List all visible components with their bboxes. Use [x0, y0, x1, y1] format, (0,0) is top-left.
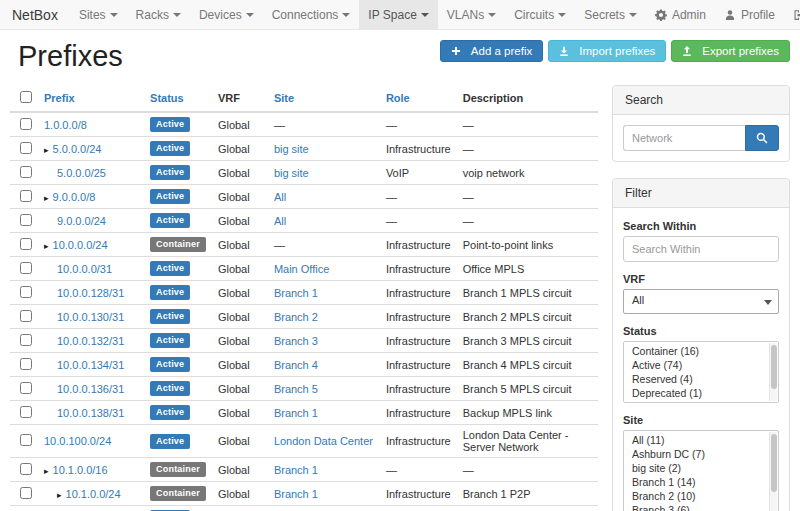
- listbox-option[interactable]: Branch 3 (6): [624, 503, 778, 511]
- nav-item-profile[interactable]: Profile: [715, 0, 784, 29]
- site-link[interactable]: Branch 1: [274, 488, 318, 500]
- prefix-link[interactable]: 1.0.0.0/8: [44, 119, 87, 131]
- prefix-link[interactable]: 10.0.0.128/31: [57, 287, 124, 299]
- nav-item-devices[interactable]: Devices: [190, 0, 263, 29]
- row-checkbox[interactable]: [20, 166, 32, 178]
- expand-arrow-icon[interactable]: ▸: [44, 193, 49, 203]
- site-link[interactable]: Main Office: [274, 263, 329, 275]
- row-select-cell: [10, 233, 38, 257]
- prefix-link[interactable]: 10.0.0.136/31: [57, 383, 124, 395]
- expand-arrow-icon[interactable]: ▸: [44, 145, 49, 155]
- prefix-link[interactable]: 10.1.0.0/24: [66, 488, 121, 500]
- nav-item-vlans[interactable]: VLANs: [438, 0, 505, 29]
- nav-item-racks[interactable]: Racks: [127, 0, 190, 29]
- prefix-link[interactable]: 9.0.0.0/8: [53, 191, 96, 203]
- listbox-option[interactable]: Reserved (4): [624, 372, 778, 386]
- listbox-option[interactable]: Container (16): [624, 344, 778, 358]
- site-link[interactable]: big site: [274, 167, 309, 179]
- nav-item-log-out[interactable]: Log out: [784, 0, 800, 29]
- description-cell: —: [457, 209, 598, 233]
- site-link[interactable]: Branch 3: [274, 335, 318, 347]
- scrollbar-thumb[interactable]: [771, 345, 777, 389]
- row-checkbox[interactable]: [20, 310, 32, 322]
- prefix-link[interactable]: 10.0.0.138/31: [57, 407, 124, 419]
- column-sort-link[interactable]: Site: [274, 92, 294, 104]
- filter-listbox-site[interactable]: All (11)Ashburn DC (7)big site (2)Branch…: [623, 430, 779, 511]
- row-checkbox[interactable]: [20, 434, 32, 446]
- prefix-link[interactable]: 10.0.0.0/24: [53, 239, 108, 251]
- import-icon: [559, 46, 569, 56]
- scrollbar-thumb[interactable]: [771, 434, 777, 492]
- site-link[interactable]: Branch 5: [274, 383, 318, 395]
- prefix-link[interactable]: 10.0.0.0/31: [57, 263, 112, 275]
- site-link[interactable]: London Data Center: [274, 435, 373, 447]
- row-checkbox[interactable]: [20, 406, 32, 418]
- site-link[interactable]: Branch 1: [274, 287, 318, 299]
- expand-arrow-icon[interactable]: ▸: [57, 490, 62, 500]
- nav-item-secrets[interactable]: Secrets: [575, 0, 646, 29]
- listbox-option[interactable]: Branch 2 (10): [624, 489, 778, 503]
- filter-input-search-within[interactable]: [623, 236, 779, 262]
- row-checkbox[interactable]: [20, 190, 32, 202]
- select-all-checkbox[interactable]: [20, 91, 32, 103]
- nav-item-admin[interactable]: Admin: [646, 0, 715, 29]
- site-link[interactable]: Branch 4: [274, 359, 318, 371]
- listbox-option[interactable]: Deprecated (1): [624, 386, 778, 400]
- prefix-link[interactable]: 10.0.100.0/24: [44, 435, 111, 447]
- site-link[interactable]: Branch 1: [274, 407, 318, 419]
- search-input[interactable]: [623, 125, 745, 151]
- scrollbar[interactable]: [769, 432, 777, 511]
- column-sort-link[interactable]: Role: [386, 92, 410, 104]
- prefix-link[interactable]: 5.0.0.0/24: [53, 143, 102, 155]
- row-checkbox[interactable]: [20, 463, 32, 475]
- nav-item-ip-space[interactable]: IP Space: [359, 0, 437, 29]
- prefix-link[interactable]: 10.0.0.134/31: [57, 359, 124, 371]
- row-checkbox[interactable]: [20, 238, 32, 250]
- button-label: Export prefixes: [702, 45, 779, 57]
- column-header-role[interactable]: Role: [380, 85, 457, 112]
- site-link[interactable]: All: [274, 215, 286, 227]
- export-prefixes-button[interactable]: Export prefixes: [671, 40, 790, 62]
- column-sort-link[interactable]: Status: [150, 92, 184, 104]
- site-link[interactable]: Branch 2: [274, 311, 318, 323]
- row-checkbox[interactable]: [20, 487, 32, 499]
- listbox-option[interactable]: All (11): [624, 433, 778, 447]
- scrollbar[interactable]: [769, 343, 777, 401]
- row-checkbox[interactable]: [20, 262, 32, 274]
- expand-arrow-icon[interactable]: ▸: [44, 241, 49, 251]
- listbox-option[interactable]: Ashburn DC (7): [624, 447, 778, 461]
- row-checkbox[interactable]: [20, 142, 32, 154]
- expand-arrow-icon[interactable]: ▸: [44, 466, 49, 476]
- nav-item-connections[interactable]: Connections: [263, 0, 360, 29]
- nav-item-sites[interactable]: Sites: [70, 0, 127, 29]
- site-link[interactable]: big site: [274, 143, 309, 155]
- listbox-option[interactable]: big site (2): [624, 461, 778, 475]
- row-checkbox[interactable]: [20, 214, 32, 226]
- prefix-link[interactable]: 5.0.0.0/25: [57, 167, 106, 179]
- filter-listbox-status[interactable]: Container (16)Active (74)Reserved (4)Dep…: [623, 341, 779, 403]
- row-checkbox[interactable]: [20, 334, 32, 346]
- row-checkbox[interactable]: [20, 118, 32, 130]
- row-checkbox[interactable]: [20, 382, 32, 394]
- import-prefixes-button[interactable]: Import prefixes: [548, 40, 666, 62]
- column-header-site[interactable]: Site: [268, 85, 380, 112]
- add-a-prefix-button[interactable]: Add a prefix: [440, 40, 543, 62]
- column-header-prefix[interactable]: Prefix: [38, 85, 144, 112]
- prefix-link[interactable]: 10.1.0.0/16: [53, 464, 108, 476]
- prefix-link[interactable]: 10.0.0.132/31: [57, 335, 124, 347]
- column-sort-link[interactable]: Prefix: [44, 92, 75, 104]
- listbox-option[interactable]: Active (74): [624, 358, 778, 372]
- filter-select-vrf[interactable]: All: [623, 289, 779, 314]
- search-button[interactable]: [745, 125, 779, 151]
- row-checkbox[interactable]: [20, 358, 32, 370]
- prefix-link[interactable]: 9.0.0.0/24: [57, 215, 106, 227]
- prefix-link[interactable]: 10.0.0.130/31: [57, 311, 124, 323]
- app-logo[interactable]: NetBox: [8, 0, 70, 29]
- row-checkbox[interactable]: [20, 286, 32, 298]
- listbox-option[interactable]: Branch 1 (14): [624, 475, 778, 489]
- site-link[interactable]: Branch 1: [274, 464, 318, 476]
- column-header-status[interactable]: Status: [144, 85, 212, 112]
- nav-item-circuits[interactable]: Circuits: [505, 0, 575, 29]
- site-link[interactable]: All: [274, 191, 286, 203]
- table-row: 10.0.0.138/31ActiveGlobalBranch 1Infrast…: [10, 401, 598, 425]
